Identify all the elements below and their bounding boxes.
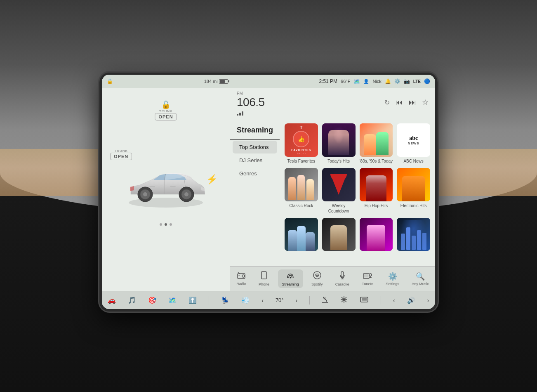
nav-item-tunein[interactable]: TuneIn bbox=[358, 270, 377, 288]
label-todays-hits: Today's Hits bbox=[322, 158, 356, 164]
svg-point-13 bbox=[242, 275, 245, 277]
prev-track-icon[interactable]: ⏮ bbox=[396, 98, 403, 107]
ctrl-rear-defrost-icon[interactable] bbox=[360, 296, 369, 305]
grid-item-abc-news[interactable]: abc NEWS ABC News bbox=[397, 123, 430, 164]
status-left: 🔒 bbox=[107, 78, 113, 84]
grid-item-weekly-countdown[interactable]: Weekly Countdown bbox=[322, 168, 356, 214]
ctrl-temp-left-icon[interactable]: ‹ bbox=[261, 297, 264, 304]
screen-container: 🔒 184 mi 2:51 PM 66°F 🗺️ 👤 Nick bbox=[99, 72, 438, 312]
temp-display: 66°F bbox=[341, 79, 350, 84]
sidebar-item-top-stations[interactable]: Top Stations bbox=[233, 141, 277, 153]
grid-item-classic-rock[interactable]: Classic Rock bbox=[285, 168, 318, 214]
ctrl-vol-right-icon[interactable]: › bbox=[427, 297, 429, 304]
map-icon: 🗺️ bbox=[353, 78, 360, 85]
ctrl-temp-display: 70° bbox=[276, 297, 284, 303]
page-dot-1[interactable] bbox=[165, 223, 167, 226]
nav-item-caraoke[interactable]: Caraoke bbox=[331, 269, 353, 288]
tunein-nav-label: TuneIn bbox=[362, 282, 373, 286]
person-icon: 👤 bbox=[363, 79, 369, 84]
tesla-logo-weekly bbox=[330, 174, 347, 195]
nav-item-phone[interactable]: Phone bbox=[254, 269, 273, 288]
tesla-screen: 🔒 184 mi 2:51 PM 66°F 🗺️ 👤 Nick bbox=[102, 75, 435, 309]
label-abc-news: ABC News bbox=[397, 158, 430, 164]
ctrl-map-icon[interactable]: 🗺️ bbox=[168, 296, 177, 304]
right-panel: FM 106.5 ↻ ⏮ ⏭ ☆ bbox=[230, 88, 435, 291]
nav-item-spotify[interactable]: Spotify bbox=[307, 269, 327, 288]
grid-item-todays-hits[interactable]: Today's Hits bbox=[322, 123, 356, 164]
grid-item-row3-4[interactable] bbox=[397, 218, 430, 253]
ctrl-vol-left-icon[interactable]: ‹ bbox=[393, 297, 395, 304]
abc-logo: abc bbox=[409, 135, 418, 142]
grid-item-80s[interactable]: '80s, '90s & Today bbox=[360, 123, 393, 164]
nav-item-settings[interactable]: ⚙️ Settings bbox=[382, 270, 403, 288]
next-track-icon[interactable]: ⏭ bbox=[409, 98, 416, 107]
svg-rect-10 bbox=[170, 186, 176, 187]
grid-item-electronic[interactable]: Electronic Hits bbox=[397, 168, 430, 214]
camera-icon: 📷 bbox=[404, 78, 410, 84]
sidebar-item-genres[interactable]: Genres bbox=[233, 167, 277, 180]
thumb-row3-4 bbox=[397, 218, 430, 251]
battery-fill bbox=[220, 80, 225, 83]
ctrl-nav-icon[interactable]: 🎯 bbox=[148, 296, 156, 304]
any-music-nav-label: Any Music bbox=[412, 282, 429, 286]
news-label: NEWS bbox=[408, 142, 419, 145]
signal-bar-3 bbox=[242, 111, 243, 116]
svg-point-24 bbox=[369, 274, 372, 276]
page-dots bbox=[160, 223, 172, 226]
svg-point-17 bbox=[264, 278, 264, 279]
user-name: Nick bbox=[372, 79, 381, 84]
stations-grid: T 👍 FAVORITES RADIO Tesla F bbox=[285, 123, 430, 253]
signal-bar-1 bbox=[237, 114, 238, 116]
ctrl-separator-3 bbox=[381, 296, 381, 305]
grid-item-row3-1[interactable] bbox=[285, 218, 318, 253]
ctrl-separator-2 bbox=[309, 296, 310, 305]
ctrl-vol-icon[interactable]: 🔊 bbox=[407, 296, 415, 304]
ctrl-defrost-icon[interactable] bbox=[340, 296, 348, 305]
ctrl-temp-right-icon[interactable]: › bbox=[296, 297, 298, 304]
page-dot-2[interactable] bbox=[170, 223, 172, 226]
ctrl-fan-icon[interactable]: 💨 bbox=[241, 296, 250, 304]
grid-item-row3-2[interactable] bbox=[322, 218, 356, 253]
settings-nav-label: Settings bbox=[386, 282, 399, 286]
grid-item-tesla-favorites[interactable]: T 👍 FAVORITES RADIO Tesla F bbox=[285, 123, 318, 164]
ctrl-apps-icon[interactable]: ⬆️ bbox=[188, 296, 197, 304]
thumb-row3-3 bbox=[360, 218, 393, 251]
ctrl-seat-icon[interactable]: 💺 bbox=[221, 296, 229, 304]
label-hiphop: Hip Hop Hits bbox=[360, 203, 393, 208]
status-right: 2:51 PM 66°F 🗺️ 👤 Nick 🔔 ⚙️ 📷 LTE 🔵 bbox=[319, 78, 430, 85]
thumb-abc: abc NEWS bbox=[397, 123, 430, 157]
grid-item-hiphop[interactable]: Hip Hop Hits bbox=[360, 168, 393, 214]
streaming-sidebar: Streaming Top Stations DJ Series Genres bbox=[230, 119, 280, 266]
top-trunk-indicator: 🔓 TRUNK OPEN bbox=[155, 100, 177, 120]
trunk-top-label: TRUNK bbox=[159, 109, 173, 113]
ctrl-seat-heat-icon[interactable] bbox=[322, 296, 328, 305]
nav-item-streaming[interactable]: Streaming bbox=[278, 269, 303, 288]
page-dot-0[interactable] bbox=[160, 223, 162, 226]
settings-nav-icon: ⚙️ bbox=[388, 272, 397, 281]
battery-indicator: 184 mi bbox=[204, 79, 228, 84]
thumb-hiphop bbox=[360, 168, 393, 201]
label-classic-rock: Classic Rock bbox=[285, 203, 318, 208]
thumb-tesla-favorites: T 👍 FAVORITES RADIO bbox=[285, 123, 318, 157]
grid-item-row3-3[interactable] bbox=[360, 218, 393, 253]
favorite-icon[interactable]: ☆ bbox=[422, 98, 429, 107]
car-image-container: ⚡ bbox=[116, 153, 215, 219]
sidebar-item-dj-series[interactable]: DJ Series bbox=[233, 154, 277, 167]
ctrl-music-icon[interactable]: 🎵 bbox=[128, 296, 136, 304]
tunein-nav-icon bbox=[363, 272, 372, 281]
radio-band-label: FM bbox=[237, 91, 429, 96]
trunk-open-badge: OPEN bbox=[155, 113, 177, 120]
svg-rect-12 bbox=[238, 274, 245, 279]
ctrl-car-icon[interactable]: 🚗 bbox=[108, 296, 116, 304]
nav-item-radio[interactable]: Radio bbox=[232, 270, 250, 288]
any-music-nav-icon: 🔍 bbox=[416, 272, 425, 281]
spotify-nav-label: Spotify bbox=[311, 282, 323, 286]
svg-rect-23 bbox=[364, 274, 368, 277]
time-display: 2:51 PM bbox=[319, 78, 337, 84]
refresh-icon[interactable]: ↻ bbox=[384, 99, 390, 106]
label-tesla-favorites: Tesla Favorites bbox=[285, 158, 318, 164]
nav-item-any-music[interactable]: 🔍 Any Music bbox=[407, 270, 433, 288]
left-panel: 🔓 TRUNK OPEN TRUNK OPEN bbox=[102, 88, 230, 291]
thumb-row3-1 bbox=[285, 218, 318, 251]
ctrl-separator-1 bbox=[209, 296, 209, 305]
